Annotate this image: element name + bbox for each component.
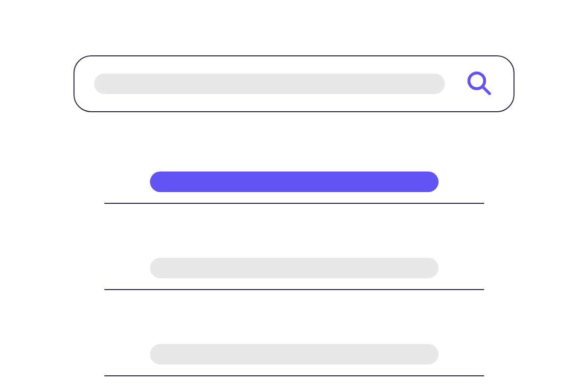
search-input[interactable] <box>94 74 445 94</box>
search-button[interactable] <box>465 69 494 98</box>
result-item[interactable] <box>104 344 484 376</box>
result-item[interactable] <box>104 258 484 290</box>
search-bar <box>74 55 514 112</box>
result-title-placeholder <box>150 172 439 192</box>
results-list <box>104 172 484 392</box>
result-title-placeholder <box>150 344 439 365</box>
result-item[interactable] <box>104 172 484 204</box>
result-title-placeholder <box>150 258 439 278</box>
svg-line-1 <box>483 87 490 94</box>
search-icon <box>466 71 492 98</box>
